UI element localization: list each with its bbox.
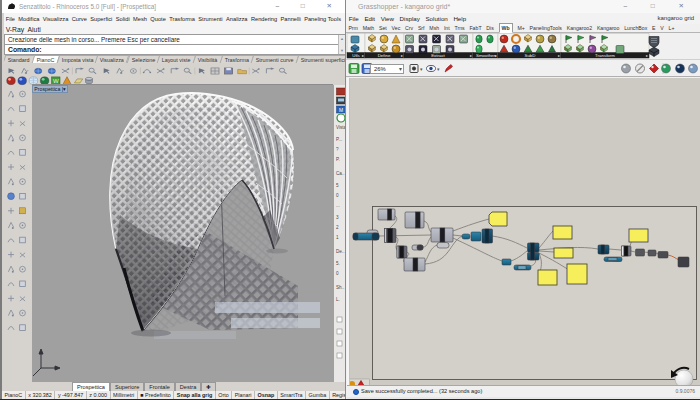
svg-text:0: 0 [336,271,339,276]
svg-text:2: 2 [336,225,339,230]
svg-text:▾: ▾ [420,66,423,72]
svg-text:De..: De.. [336,249,344,254]
svg-text:Sh..: Sh.. [336,285,344,290]
svg-text:0: 0 [336,193,339,198]
svg-text:5: 5 [336,183,339,188]
svg-text:Smoothen: Smoothen [476,53,497,58]
svg-text:▸: ▸ [495,53,497,58]
svg-text:P...: P... [336,137,342,142]
svg-text:1: 1 [336,235,339,240]
svg-text:5.: 5. [336,261,340,266]
svg-text:?: ? [336,147,339,152]
svg-text:Utls: Utls [352,53,360,58]
svg-text:...: ... [336,203,340,208]
svg-text:Transform: Transform [595,53,615,58]
svg-text:▸: ▸ [470,53,472,58]
svg-text:▸: ▸ [646,53,648,58]
svg-text:P.: P. [336,157,340,162]
svg-text:3: 3 [336,215,339,220]
svg-text:Ca..: Ca.. [336,171,344,176]
svg-text:Define: Define [378,53,391,58]
svg-text:▸: ▸ [558,53,560,58]
svg-text:▾: ▾ [437,66,440,72]
svg-text:M: M [339,107,343,113]
svg-text:▸: ▸ [362,53,364,58]
svg-text:▸: ▸ [401,53,403,58]
svg-text:L.: L. [336,297,340,302]
svg-text:SubD: SubD [525,53,536,58]
svg-text:W: W [53,78,59,84]
